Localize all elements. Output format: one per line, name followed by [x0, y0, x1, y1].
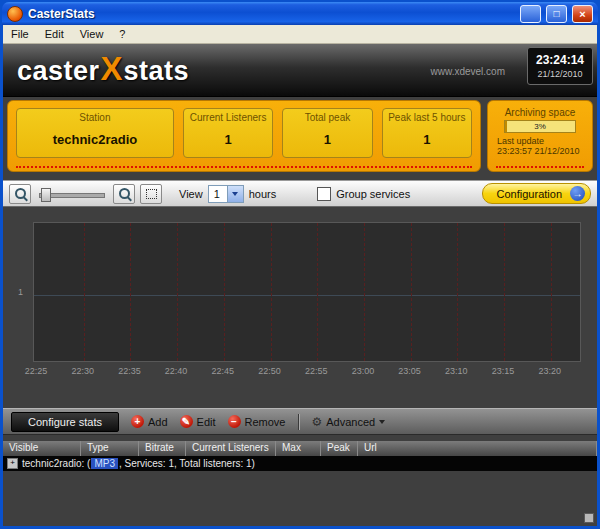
chart-x-tick-label: 22:25: [25, 366, 48, 376]
clock-date: 21/12/2010: [532, 69, 588, 79]
column-header-url[interactable]: Url: [358, 441, 597, 456]
chart-x-tick-label: 23:15: [492, 366, 515, 376]
slider-thumb[interactable]: [41, 188, 51, 202]
column-header-current-listeners[interactable]: Current Listeners: [186, 441, 276, 456]
expand-icon[interactable]: +: [7, 458, 18, 469]
maximize-icon: □: [553, 8, 559, 19]
resize-grip[interactable]: [584, 513, 594, 523]
row-prefix: technic2radio: (: [22, 458, 90, 469]
remove-button[interactable]: − Remove: [228, 415, 286, 428]
chart-gridline: [317, 223, 318, 361]
stats-cards: Stationtechnic2radioCurrent Listeners1To…: [8, 101, 480, 165]
logo-text-x: X: [100, 50, 124, 87]
archiving-space-label: Archiving space: [488, 107, 592, 118]
column-header-peak[interactable]: Peak: [321, 441, 358, 456]
chart-gridline: [130, 223, 131, 361]
chart-gridline: [271, 223, 272, 361]
archiving-progress-bar: 3%: [504, 120, 576, 133]
chart-gridline: [411, 223, 412, 361]
stat-card-total-peak: Total peak1: [282, 108, 372, 158]
maximize-button[interactable]: □: [546, 5, 567, 23]
table-row[interactable]: + technic2radio: (MP3, Services: 1, Tota…: [3, 456, 597, 471]
app-logo: casterXstats: [17, 50, 189, 88]
chart-x-tick-label: 22:40: [165, 366, 188, 376]
advanced-label: Advanced: [326, 416, 375, 428]
configuration-label: Configuration: [497, 188, 562, 200]
minimize-button[interactable]: _: [520, 5, 541, 23]
zoom-button[interactable]: [9, 184, 31, 204]
edit-button[interactable]: ✎ Edit: [180, 415, 216, 428]
chart-plot: [33, 222, 581, 362]
chart-gridline: [504, 223, 505, 361]
stat-card-peak-last-5-hours: Peak last 5 hours1: [382, 108, 472, 158]
stat-card-value: technic2radio: [19, 123, 171, 155]
chart-x-tick-label: 23:20: [538, 366, 561, 376]
hours-label: hours: [249, 188, 277, 200]
hours-dropdown-value: 1: [209, 186, 227, 202]
stat-card-label: Peak last 5 hours: [385, 112, 469, 123]
chart-gridline: [224, 223, 225, 361]
edit-label: Edit: [197, 416, 216, 428]
chart-x-tick-label: 22:30: [71, 366, 94, 376]
column-header-bitrate[interactable]: Bitrate: [139, 441, 186, 456]
row-text: technic2radio: (MP3, Services: 1, Total …: [22, 458, 255, 469]
toolbar-separator: [298, 414, 300, 430]
group-services-label: Group services: [336, 188, 410, 200]
stat-card-label: Station: [19, 112, 171, 123]
menu-item-help[interactable]: ?: [111, 28, 133, 40]
table-header: VisibleTypeBitrateCurrent ListenersMaxPe…: [3, 441, 597, 456]
stat-card-station: Stationtechnic2radio: [16, 108, 174, 158]
app-icon: [7, 6, 23, 22]
dropdown-arrow-icon[interactable]: [227, 186, 243, 202]
chart-x-tick-label: 22:50: [258, 366, 281, 376]
clock-panel: 23:24:14 21/12/2010: [527, 47, 593, 85]
close-button[interactable]: ×: [572, 5, 593, 23]
group-services-checkbox[interactable]: [317, 187, 331, 201]
window-title: CasterStats: [28, 7, 515, 21]
stat-card-label: Current Listeners: [186, 112, 270, 123]
chart-series-line: [34, 295, 580, 296]
add-label: Add: [148, 416, 168, 428]
minimize-icon: _: [527, 11, 533, 23]
advanced-button[interactable]: ⚙ Advanced: [312, 415, 386, 429]
main-content: casterXstats www.xdevel.com 23:24:14 21/…: [3, 44, 597, 526]
add-button[interactable]: + Add: [131, 415, 168, 428]
logo-text-caster: caster: [17, 56, 100, 86]
menu-item-edit[interactable]: Edit: [37, 28, 72, 40]
chart-x-tick-label: 23:10: [445, 366, 468, 376]
column-header-max[interactable]: Max: [276, 441, 321, 456]
website-link[interactable]: www.xdevel.com: [431, 66, 505, 77]
row-suffix: , Services: 1, Total listeners: 1): [119, 458, 255, 469]
zoom-in-button[interactable]: [113, 184, 135, 204]
logo-text-stats: stats: [124, 56, 190, 86]
view-label: View: [179, 188, 203, 200]
row-highlight: MP3: [91, 458, 118, 469]
last-update-value: 23:23:57 21/12/2010: [497, 146, 592, 156]
stat-card-value: 1: [385, 123, 469, 155]
chart-x-tick-label: 23:00: [352, 366, 375, 376]
zoom-fit-button[interactable]: [140, 184, 162, 204]
zoom-in-magnifier-icon: [119, 188, 130, 199]
add-icon: +: [131, 415, 144, 428]
archiving-panel: Archiving space 3% Last update 23:23:57 …: [487, 100, 593, 172]
stats-panel: Stationtechnic2radioCurrent Listeners1To…: [7, 100, 481, 172]
configuration-button[interactable]: Configuration →: [482, 183, 591, 204]
close-icon: ×: [579, 8, 585, 20]
stat-card-current-listeners: Current Listeners1: [183, 108, 273, 158]
stat-card-label: Total peak: [285, 112, 369, 123]
column-header-type[interactable]: Type: [81, 441, 139, 456]
chart-x-tick-label: 22:45: [212, 366, 235, 376]
chart-gridline: [551, 223, 552, 361]
zoom-slider[interactable]: [39, 186, 105, 202]
title-bar[interactable]: CasterStats _ □ ×: [2, 2, 598, 25]
menu-item-file[interactable]: File: [3, 28, 37, 40]
chart-x-tick-label: 22:35: [118, 366, 141, 376]
configure-stats-button[interactable]: Configure stats: [11, 412, 119, 432]
stats-toolbar: Configure stats + Add ✎ Edit − Remove ⚙ …: [3, 408, 597, 435]
column-header-visible[interactable]: Visible: [3, 441, 81, 456]
edit-icon: ✎: [180, 415, 193, 428]
stat-card-value: 1: [285, 123, 369, 155]
last-update-label: Last update: [497, 136, 592, 146]
menu-item-view[interactable]: View: [72, 28, 112, 40]
hours-dropdown[interactable]: 1: [208, 185, 244, 203]
